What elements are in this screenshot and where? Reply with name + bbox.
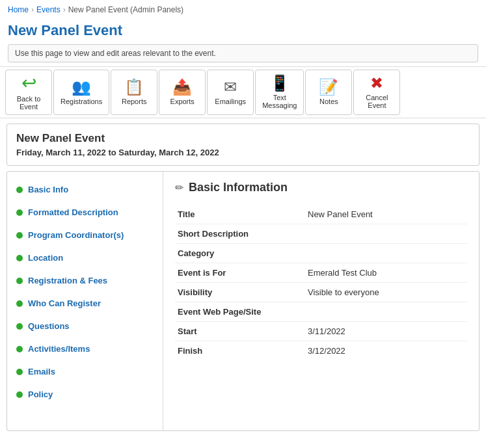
breadcrumb-sep1: › xyxy=(31,5,34,14)
field-value-finish: 3/12/2022 xyxy=(305,341,467,361)
toolbar: ↩ Back toEvent 👥 Registrations 📋 Reports… xyxy=(0,66,486,118)
dot-registration-fees xyxy=(16,278,23,284)
sidebar-label-location: Location xyxy=(28,253,63,263)
table-row: Event Web Page/Site xyxy=(175,302,467,322)
main-content: Basic Info Formatted Description Program… xyxy=(7,171,479,431)
page-title: New Panel Event xyxy=(0,20,486,44)
table-row: Category xyxy=(175,244,467,263)
sidebar-label-who-can-register: Who Can Register xyxy=(28,298,101,308)
field-value-category xyxy=(305,244,467,263)
field-label-event-is-for: Event is For xyxy=(175,263,305,283)
text-messaging-label: TextMessaging xyxy=(262,94,297,109)
event-header: New Panel Event Friday, March 11, 2022 t… xyxy=(7,124,479,166)
sidebar-item-location[interactable]: Location xyxy=(7,246,163,269)
dot-questions xyxy=(16,323,23,330)
sidebar-item-emails[interactable]: Emails xyxy=(7,360,163,383)
emailings-label: Emailings xyxy=(215,98,246,105)
table-row: Event is For Emerald Test Club xyxy=(175,263,467,283)
detail-header: ✏ Basic Information xyxy=(175,181,467,194)
breadcrumb-home[interactable]: Home xyxy=(8,5,29,14)
field-value-title: New Panel Event xyxy=(305,205,467,224)
field-value-visibility: Visible to everyone xyxy=(305,283,467,302)
notes-icon: 📝 xyxy=(319,79,338,95)
text-messaging-button[interactable]: 📱 TextMessaging xyxy=(255,70,304,115)
dot-policy xyxy=(16,391,23,398)
registrations-icon: 👥 xyxy=(72,79,91,95)
reports-icon: 📋 xyxy=(124,79,144,95)
sidebar-item-basic-info[interactable]: Basic Info xyxy=(7,178,163,201)
sidebar-label-emails: Emails xyxy=(28,367,55,376)
event-name: New Panel Event xyxy=(16,132,470,145)
field-value-start: 3/11/2022 xyxy=(305,322,467,341)
sidebar-label-activities-items: Activities/Items xyxy=(28,344,90,354)
sidebar-item-policy[interactable]: Policy xyxy=(7,383,163,406)
table-row: Title New Panel Event xyxy=(175,205,467,224)
field-label-event-web-page: Event Web Page/Site xyxy=(175,302,305,322)
dot-program-coordinator xyxy=(16,232,23,239)
breadcrumb-sep2: › xyxy=(63,5,66,14)
detail-panel: ✏ Basic Information Title New Panel Even… xyxy=(163,172,479,430)
info-bar: Use this page to view and edit areas rel… xyxy=(8,44,478,62)
reports-button[interactable]: 📋 Reports xyxy=(111,70,157,115)
sidebar-label-questions: Questions xyxy=(28,321,70,331)
registrations-button[interactable]: 👥 Registrations xyxy=(53,70,109,115)
table-row: Short Description xyxy=(175,224,467,244)
table-row: Start 3/11/2022 xyxy=(175,322,467,341)
field-value-event-web-page xyxy=(305,302,467,322)
breadcrumb-current: New Panel Event (Admin Panels) xyxy=(68,5,183,14)
reports-label: Reports xyxy=(122,98,147,105)
back-icon: ↩ xyxy=(21,74,36,92)
detail-section-title: Basic Information xyxy=(189,181,288,194)
field-value-event-is-for: Emerald Test Club xyxy=(305,263,467,283)
cancel-icon: ✖ xyxy=(370,75,383,91)
sidebar-item-registration-fees[interactable]: Registration & Fees xyxy=(7,269,163,292)
sidebar-item-program-coordinator[interactable]: Program Coordinator(s) xyxy=(7,224,163,246)
notes-label: Notes xyxy=(319,98,338,105)
breadcrumb-events[interactable]: Events xyxy=(36,5,61,14)
text-messaging-icon: 📱 xyxy=(270,75,290,91)
field-label-visibility: Visibility xyxy=(175,283,305,302)
sidebar-item-questions[interactable]: Questions xyxy=(7,315,163,337)
emailings-button[interactable]: ✉ Emailings xyxy=(207,70,254,115)
breadcrumb: Home › Events › New Panel Event (Admin P… xyxy=(0,0,486,20)
dot-emails xyxy=(16,369,23,375)
sidebar-item-who-can-register[interactable]: Who Can Register xyxy=(7,292,163,315)
field-label-start: Start xyxy=(175,322,305,341)
table-row: Finish 3/12/2022 xyxy=(175,341,467,361)
back-to-event-button[interactable]: ↩ Back toEvent xyxy=(5,70,52,115)
cancel-label: CancelEvent xyxy=(366,94,388,109)
table-row: Visibility Visible to everyone xyxy=(175,283,467,302)
dot-location xyxy=(16,255,23,261)
field-label-finish: Finish xyxy=(175,341,305,361)
field-label-short-description: Short Description xyxy=(175,224,305,244)
dot-who-can-register xyxy=(16,300,23,307)
sidebar-label-program-coordinator: Program Coordinator(s) xyxy=(28,230,124,240)
sidebar-label-registration-fees: Registration & Fees xyxy=(28,276,107,285)
field-label-title: Title xyxy=(175,205,305,224)
dot-activities-items xyxy=(16,346,23,352)
field-value-short-description xyxy=(305,224,467,244)
back-label: Back toEvent xyxy=(17,95,41,111)
registrations-label: Registrations xyxy=(61,98,102,105)
dot-formatted-description xyxy=(16,209,23,216)
sidebar-label-policy: Policy xyxy=(28,389,53,399)
field-label-category: Category xyxy=(175,244,305,263)
sidebar-item-activities-items[interactable]: Activities/Items xyxy=(7,337,163,360)
exports-button[interactable]: 📤 Exports xyxy=(159,70,206,115)
detail-table: Title New Panel Event Short Description … xyxy=(175,205,467,360)
dot-basic-info xyxy=(16,187,23,193)
emailings-icon: ✉ xyxy=(224,79,237,95)
sidebar-item-formatted-description[interactable]: Formatted Description xyxy=(7,201,163,224)
sidebar: Basic Info Formatted Description Program… xyxy=(7,172,163,430)
pencil-icon: ✏ xyxy=(175,181,183,194)
sidebar-label-formatted-description: Formatted Description xyxy=(28,207,118,217)
event-dates: Friday, March 11, 2022 to Saturday, Marc… xyxy=(16,148,470,157)
sidebar-label-basic-info: Basic Info xyxy=(28,185,68,194)
notes-button[interactable]: 📝 Notes xyxy=(305,70,352,115)
exports-label: Exports xyxy=(170,98,195,105)
exports-icon: 📤 xyxy=(172,79,192,95)
cancel-event-button[interactable]: ✖ CancelEvent xyxy=(353,70,400,115)
